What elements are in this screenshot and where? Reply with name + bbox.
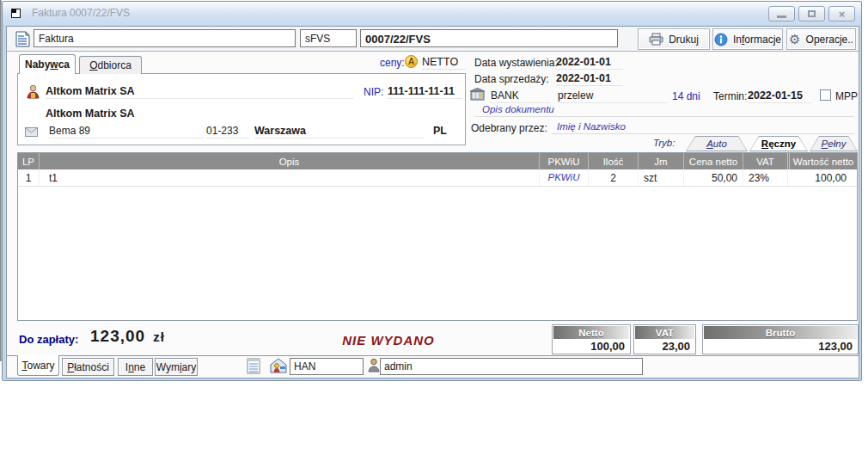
cell-pkwiu[interactable]: PKWiU	[539, 169, 588, 187]
column-header-vat: VAT	[743, 153, 787, 169]
warehouse-icon[interactable]	[269, 357, 288, 374]
cell-jm[interactable]: szt	[638, 169, 683, 187]
buyer-name2[interactable]: Altkom Matrix SA	[46, 108, 135, 120]
status-not-issued: NIE WYDANO	[328, 333, 449, 348]
due-currency: zł	[153, 329, 165, 344]
column-header-ilosc: Ilość	[588, 153, 638, 169]
tab-nabywca-label: Nabywca	[25, 58, 70, 71]
payment-days[interactable]: 14 dni	[672, 90, 700, 102]
issue-date-label: Data wystawienia:	[474, 57, 558, 69]
due-label: Do zapłaty:	[19, 333, 78, 346]
operations-button-label: Operacje..	[806, 34, 853, 46]
minimize-icon	[777, 15, 786, 18]
cell-vat[interactable]: 23%	[743, 169, 787, 187]
issue-date-value[interactable]: 2022-01-01	[556, 56, 623, 70]
close-button[interactable]: ×	[828, 6, 855, 22]
mpp-checkbox[interactable]	[820, 89, 831, 101]
tab-towary[interactable]: Towary	[17, 355, 59, 376]
tab-towary-label: Towary	[21, 360, 54, 372]
buyer-nip-label: NIP:	[364, 86, 383, 98]
footer-divider	[7, 355, 859, 356]
mode-tab-reczny-label: Ręczny	[750, 137, 807, 151]
warehouse-input[interactable]: HAN	[290, 358, 364, 375]
column-header-lp: LP	[18, 153, 39, 169]
document-number-field[interactable]: 0007/22/FVS	[360, 29, 618, 47]
buyer-panel: Altkom Matrix SA NIP: 111-111-11-11 Altk…	[17, 73, 466, 145]
term-date-value[interactable]: 2022-01-15	[748, 89, 811, 103]
buyer-postal[interactable]: 01-233	[206, 125, 249, 139]
received-by-field[interactable]: Imię i Nazwisko	[552, 120, 854, 134]
cell-ilosc[interactable]: 2	[588, 169, 638, 187]
document-description-placeholder: Opis dokumentu	[475, 104, 554, 114]
info-button-label: Informacje	[733, 34, 781, 46]
sale-date-value[interactable]: 2022-01-01	[556, 72, 623, 86]
tab-nabywca[interactable]: Nabywca	[19, 54, 76, 74]
main-area: Nabywca Odbiorca ceny: A NETTO Altkom M	[7, 52, 859, 378]
received-by-label: Odebrany przez:	[471, 122, 547, 134]
window-content: Faktura sFVS 0007/22/FVS Drukuj	[6, 26, 859, 379]
due-amount: 123,00zł	[90, 327, 165, 346]
platnosci-button[interactable]: Płatności	[62, 358, 114, 376]
items-table-header: LP Opis PKWiU Ilość Jm Cena netto VAT Wa…	[18, 153, 857, 169]
column-header-opis: Opis	[39, 153, 539, 169]
price-type-value[interactable]: NETTO	[422, 56, 466, 70]
wymiary-button-label: Wymiary	[156, 361, 197, 373]
mode-label: Tryb:	[653, 138, 675, 148]
operations-button[interactable]: ⚙ Operacje..	[786, 28, 856, 50]
window-title: Faktura 0007/22/FVS	[32, 7, 130, 19]
cell-wartosc-netto[interactable]: 100,00	[787, 169, 857, 187]
tab-odbiorca[interactable]: Odbiorca	[79, 56, 142, 74]
items-table: LP Opis PKWiU Ilość Jm Cena netto VAT Wa…	[17, 152, 858, 321]
buyer-nip-value[interactable]: 111-111-11-11	[388, 85, 462, 99]
prices-label: ceny:	[380, 57, 405, 69]
price-type-icon[interactable]: A	[405, 55, 418, 68]
term-label: Termin:	[713, 90, 747, 102]
document-type-input[interactable]: Faktura	[34, 29, 296, 47]
table-row[interactable]: 1 t1 PKWiU 2 szt 50,00 23% 100,00	[18, 169, 857, 187]
buyer-city[interactable]: Warszawa	[254, 125, 425, 139]
platnosci-button-label: Płatności	[67, 361, 109, 373]
info-button[interactable]: Informacje	[712, 28, 783, 50]
mode-tab-pelny-label: Pełny	[810, 137, 857, 151]
window-controls: ×	[768, 6, 855, 22]
print-button-label: Drukuj	[669, 34, 699, 46]
document-description-field[interactable]: Opis dokumentu	[475, 103, 854, 117]
bank-field[interactable]: BANK	[491, 89, 551, 103]
mode-tab-pelny[interactable]: Pełny	[810, 136, 858, 151]
buyer-country[interactable]: PL	[433, 125, 447, 137]
cell-lp[interactable]: 1	[18, 169, 39, 187]
column-header-jm: Jm	[638, 153, 683, 169]
total-netto-box: Netto 100,00	[552, 324, 631, 354]
payment-method-field[interactable]: przelew	[558, 89, 668, 103]
notes-icon[interactable]	[247, 358, 260, 374]
wymiary-button[interactable]: Wymiary	[155, 358, 198, 376]
envelope-icon	[25, 127, 38, 137]
buyer-name[interactable]: Altkom Matrix SA	[46, 85, 353, 99]
printer-icon	[649, 33, 663, 46]
inne-button[interactable]: Inne	[118, 358, 153, 376]
tab-odbiorca-label: Odbiorca	[89, 59, 131, 71]
total-vat-value: 23,00	[634, 340, 695, 354]
mode-tab-auto-label: Auto	[687, 137, 747, 151]
total-netto-value: 100,00	[553, 340, 630, 354]
titlebar[interactable]: Faktura 0007/22/FVS ×	[3, 2, 861, 25]
document-icon	[15, 31, 30, 47]
user-icon	[368, 358, 380, 372]
mode-tab-reczny[interactable]: Ręczny	[749, 136, 808, 151]
minimize-button[interactable]	[768, 6, 795, 22]
cell-opis[interactable]: t1	[39, 169, 539, 187]
close-icon: ×	[839, 9, 846, 20]
total-brutto-box: Brutto 123,00	[702, 324, 859, 354]
user-input[interactable]: admin	[380, 358, 643, 375]
mode-tab-auto[interactable]: Auto	[686, 136, 748, 151]
total-brutto-value: 123,00	[703, 340, 858, 354]
total-vat-box: VAT 23,00	[633, 324, 696, 354]
series-field[interactable]: sFVS	[300, 29, 357, 47]
toolbar: Faktura sFVS 0007/22/FVS Drukuj	[7, 27, 859, 52]
column-header-cena-netto: Cena netto	[683, 153, 743, 169]
cell-cena-netto[interactable]: 50,00	[683, 169, 743, 187]
buyer-street[interactable]: Bema 89	[49, 125, 204, 139]
mpp-label: MPP	[835, 90, 858, 102]
print-button[interactable]: Drukuj	[638, 28, 710, 50]
maximize-button[interactable]	[798, 6, 825, 22]
